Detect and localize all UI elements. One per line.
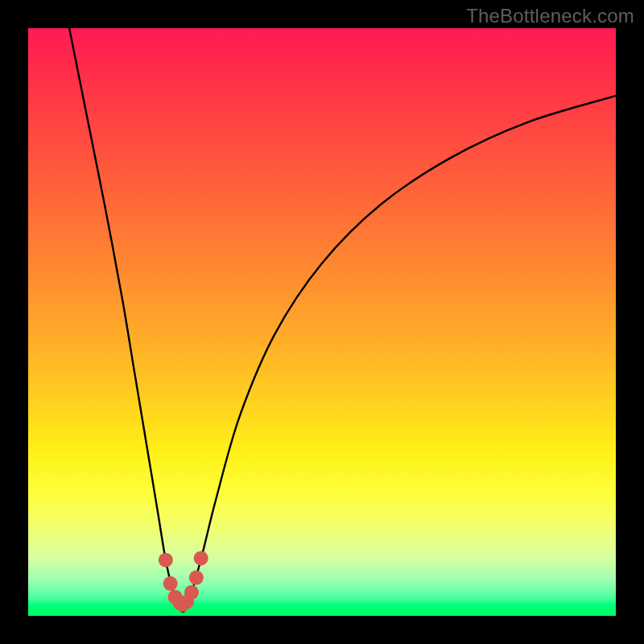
valley-marker (189, 571, 204, 585)
valley-marker (194, 551, 208, 565)
chart-frame: TheBottleneck.com (0, 0, 644, 644)
plot-area (28, 28, 616, 616)
valley-marker (159, 553, 173, 568)
valley-markers (159, 551, 208, 612)
watermark-text: TheBottleneck.com (466, 5, 634, 27)
bottleneck-curve (69, 28, 616, 612)
valley-marker (163, 576, 178, 591)
valley-marker (184, 585, 199, 600)
curve-layer (28, 28, 616, 616)
